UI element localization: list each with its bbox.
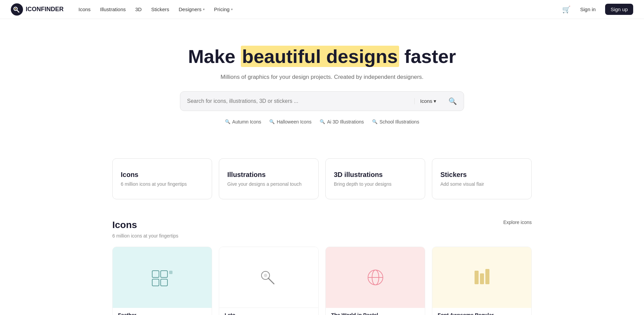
- nav-designers[interactable]: Designers ▾: [175, 4, 209, 15]
- icon-pack-thumbnail: [219, 247, 318, 308]
- section-title: Icons: [112, 220, 137, 230]
- svg-rect-15: [475, 271, 479, 284]
- search-icon: 🔍: [269, 119, 275, 124]
- search-button[interactable]: 🔍: [442, 92, 464, 111]
- svg-line-10: [268, 278, 274, 284]
- icon-pack-thumbnail: [326, 247, 425, 308]
- icon-packs-grid: Feather Leto The World in Pastel: [112, 247, 532, 315]
- nav-icons[interactable]: Icons: [74, 4, 95, 15]
- chevron-down-icon: ▾: [231, 7, 233, 11]
- chevron-down-icon: ▾: [203, 7, 205, 11]
- logo-text: ICONFINDER: [26, 6, 64, 13]
- nav-3d[interactable]: 3D: [131, 4, 146, 15]
- icon-pack-leto[interactable]: Leto: [219, 247, 319, 315]
- category-card-icons[interactable]: Icons 6 million icons at your fingertips: [112, 158, 212, 199]
- suggestion-ai-3d[interactable]: 🔍 Ai 3D Illustrations: [320, 119, 364, 125]
- search-icon: 🔍: [225, 119, 230, 124]
- icon-pack-world-pastel[interactable]: The World in Pastel: [325, 247, 425, 315]
- category-card-3d[interactable]: 3D illustrations Bring depth to your des…: [325, 158, 425, 199]
- svg-rect-7: [161, 279, 167, 286]
- icons-section: Icons Explore icons 6 million icons at y…: [85, 213, 559, 315]
- search-type-label: Icons: [420, 98, 432, 104]
- svg-rect-17: [485, 269, 489, 284]
- category-section: Icons 6 million icons at your fingertips…: [85, 145, 559, 213]
- suggestion-halloween-icons[interactable]: 🔍 Halloween Icons: [269, 119, 312, 125]
- icon-pack-feather[interactable]: Feather: [112, 247, 212, 315]
- search-bar: Icons ▾ 🔍: [180, 91, 464, 111]
- section-subtitle: 6 million icons at your fingertips: [112, 233, 532, 239]
- svg-rect-5: [161, 271, 167, 277]
- suggestion-autumn-icons[interactable]: 🔍 Autumn Icons: [225, 119, 261, 125]
- signup-button[interactable]: Sign up: [605, 4, 633, 15]
- hero-highlight: beautiful designs: [241, 46, 399, 67]
- icon-pack-font-awesome[interactable]: Font Awesome Regular: [432, 247, 532, 315]
- category-card-illustrations[interactable]: Illustrations Give your designs a person…: [219, 158, 319, 199]
- suggestion-school-illustrations[interactable]: 🔍 School Illustrations: [372, 119, 419, 125]
- category-card-stickers[interactable]: Stickers Add some visual flair: [432, 158, 532, 199]
- section-header: Icons Explore icons: [112, 220, 532, 230]
- hero-subtitle: Millions of graphics for your design pro…: [11, 74, 633, 81]
- nav-pricing[interactable]: Pricing ▾: [210, 4, 237, 15]
- search-suggestions: 🔍 Autumn Icons 🔍 Halloween Icons 🔍 Ai 3D…: [11, 119, 633, 125]
- nav-stickers[interactable]: Stickers: [147, 4, 173, 15]
- hero-title: Make beautiful designs faster: [11, 46, 633, 67]
- search-type-dropdown[interactable]: Icons ▾: [414, 98, 442, 104]
- logo-icon: [11, 3, 23, 16]
- nav-right: 🛒 Sign in Sign up: [562, 4, 633, 15]
- explore-icons-link[interactable]: Explore icons: [503, 220, 532, 225]
- logo[interactable]: ICONFINDER: [11, 3, 64, 16]
- cart-icon[interactable]: 🛒: [562, 5, 571, 14]
- svg-rect-16: [480, 273, 484, 284]
- icon-pack-thumbnail: [113, 247, 212, 308]
- svg-point-3: [15, 8, 16, 9]
- signin-button[interactable]: Sign in: [576, 4, 600, 14]
- svg-rect-8: [169, 271, 172, 274]
- chevron-down-icon: ▾: [434, 98, 436, 104]
- search-icon: 🔍: [372, 119, 377, 124]
- icon-pack-thumbnail: [432, 247, 531, 308]
- svg-rect-4: [152, 271, 159, 277]
- search-icon: 🔍: [320, 119, 325, 124]
- svg-rect-6: [152, 279, 159, 286]
- nav-links: Icons Illustrations 3D Stickers Designer…: [74, 4, 562, 15]
- nav-illustrations[interactable]: Illustrations: [96, 4, 130, 15]
- section-title-group: Icons: [112, 220, 137, 230]
- hero-section: Make beautiful designs faster Millions o…: [0, 19, 644, 145]
- navbar: ICONFINDER Icons Illustrations 3D Sticke…: [0, 0, 644, 19]
- svg-point-11: [264, 274, 267, 277]
- search-icon: 🔍: [448, 97, 457, 105]
- search-input[interactable]: [180, 92, 414, 110]
